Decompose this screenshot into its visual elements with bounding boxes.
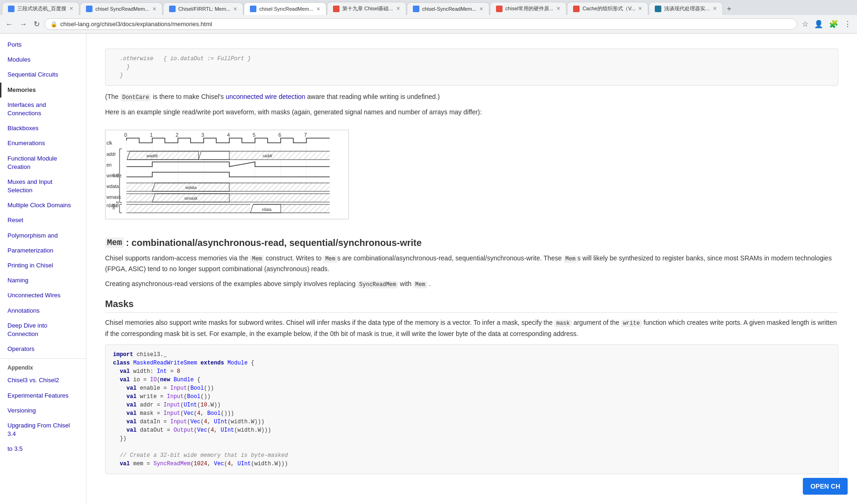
sidebar-item-chisel3-vs-chisel2[interactable]: Chisel3 vs. Chisel2 [0,373,86,388]
sidebar-item-sequential-circuits[interactable]: Sequential Circuits [0,67,86,82]
svg-rect-59 [229,194,330,202]
tab-close-6[interactable]: ✕ [479,6,483,12]
sidebar-item-interfaces-and-connections[interactable]: Interfaces and Connections [0,98,86,121]
svg-text:out: out [111,203,116,210]
lock-icon: 🔒 [50,21,57,28]
sidebar-item-parameterization[interactable]: Parameterization [0,243,86,258]
sidebar-item-upgrading-from-chisel-3-4[interactable]: Upgrading From Chisel 3.4 [0,418,86,441]
mem-para2: Creating asynchronous-read versions of t… [105,279,838,289]
tab-favicon-4 [250,6,256,12]
waveform-diagram: 0 1 2 3 4 5 6 7 clk addr en [105,130,349,219]
sidebar-item-modules[interactable]: Modules [0,52,86,67]
sidebar-item-enumerations[interactable]: Enumerations [0,136,86,151]
svg-text:waddr: waddr [146,154,158,158]
svg-text:1: 1 [150,132,153,138]
sidebar-item-experimental-features[interactable]: Experimental Features [0,388,86,403]
unconnected-wire-detection-link[interactable]: unconnected wire detection [226,93,305,100]
code-block-main: import chisel3._ class MaskedReadWriteSm… [105,344,838,474]
sidebar-item-polymorphism-and[interactable]: Polymorphism and [0,228,86,243]
svg-text:rdata: rdata [262,207,272,212]
code-block-top: .otherwise { io.dataOut := FullPort } } … [105,49,838,86]
extension-icon[interactable]: 🧩 [827,18,840,30]
svg-text:wdata: wdata [106,184,119,189]
mem-inline-1: Mem [250,255,264,263]
menu-icon[interactable]: ⋮ [842,18,853,30]
main-content: .otherwise { io.dataOut := FullPort } } … [86,34,857,504]
sidebar-item-functional-module-creation[interactable]: Functional Module Creation [0,151,86,175]
sidebar-item-naming[interactable]: Naming [0,273,86,288]
sidebar-item-operators[interactable]: Operators [0,342,86,357]
sidebar-item-deep-dive-into-connection[interactable]: Deep Dive into Connection [0,318,86,342]
address-bar[interactable]: 🔒 chisel-lang.org/chisel3/docs/explanati… [44,18,797,30]
svg-rect-51 [127,183,152,191]
sidebar-item-ports[interactable]: Ports [0,37,86,52]
sidebar-item-multiple-clock-domains[interactable]: Multiple Clock Domains [0,198,86,213]
tab-close-7[interactable]: ✕ [556,6,560,12]
tab-close-4[interactable]: ✕ [316,6,320,12]
reload-button[interactable]: ↻ [32,18,42,30]
sidebar-divider [0,358,86,359]
new-tab-button[interactable]: + [725,3,733,15]
svg-text:6: 6 [278,132,281,138]
tab-favicon-8 [573,6,580,12]
page-body: Ports Modules Sequential Circuits Memori… [0,34,857,504]
tab-close-9[interactable]: ✕ [713,6,717,12]
tab-label-1: 三段式状态机_百度搜 [17,5,66,12]
tab-close-2[interactable]: ✕ [152,6,156,12]
tab-close-8[interactable]: ✕ [638,6,642,12]
svg-text:addr: addr [106,152,116,157]
sidebar-item-versioning[interactable]: Versioning [0,403,86,418]
syncreadmem-inline: SyncReadMem [357,281,398,288]
mask-inline: mask [554,320,572,327]
svg-rect-26 [127,151,198,160]
svg-text:wdata: wdata [185,185,197,190]
tab-favicon-9 [655,6,661,12]
tab-3[interactable]: Chisel/FIRRTL: Mem... ✕ [163,2,244,15]
sidebar-item-memories[interactable]: Memories [0,83,86,98]
sidebar-item-annotations[interactable]: Annotations [0,303,86,318]
waveform-caption: Here is an example single read/write por… [105,107,838,117]
tab-5[interactable]: 第十九章 Chisel基础... ✕ [327,2,406,15]
bookmark-star-icon[interactable]: ☆ [800,18,810,30]
sidebar-item-unconnected-wires[interactable]: Unconnected Wires [0,288,86,303]
sidebar-item-muxes-and-input-selection[interactable]: Muxes and Input Selection [0,175,86,198]
tab-9[interactable]: 浅谈现代处理器实... ✕ [649,2,722,15]
tab-favicon-6 [413,6,419,12]
tab-close-5[interactable]: ✕ [396,6,400,12]
tab-close-1[interactable]: ✕ [69,6,73,12]
tab-label-8: Cache的组织形式（V... [582,5,635,12]
forward-button[interactable]: → [18,18,29,30]
sidebar-item-blackboxes[interactable]: Blackboxes [0,121,86,136]
mem-inline-3: Mem [564,255,578,263]
back-button[interactable]: ← [4,18,15,30]
tab-1[interactable]: 三段式状态机_百度搜 ✕ [2,2,79,15]
toolbar-icons: ☆ 👤 🧩 ⋮ [800,18,853,30]
tab-label-2: chisel SyncReadMem... [95,6,149,12]
sidebar-item-printing-in-chisel[interactable]: Printing in Chisel [0,258,86,273]
mem-heading: Mem : combinational/asynchronous-read, s… [105,238,838,248]
tab-favicon-5 [333,6,340,12]
svg-text:wmask: wmask [184,196,198,201]
tab-label-4: chisel SyncReadMem... [259,6,313,12]
svg-text:wmask: wmask [106,195,121,200]
address-bar-row: ← → ↻ 🔒 chisel-lang.org/chisel3/docs/exp… [0,15,857,33]
sidebar-appendix-section: Appendix [0,361,86,373]
tab-close-3[interactable]: ✕ [233,6,237,12]
tab-7[interactable]: chisel常用的硬件原... ✕ [490,2,567,15]
svg-text:2: 2 [176,132,178,138]
tab-8[interactable]: Cache的组织形式（V... ✕ [567,2,648,15]
svg-rect-65 [127,204,250,213]
tab-6[interactable]: chisel-SyncReadMem... ✕ [407,2,489,15]
sidebar-item-to-3-5[interactable]: to 3.5 [0,441,86,456]
tab-4[interactable]: chisel SyncReadMem... ✕ [244,2,326,15]
dontcare-note: (The DontCare is there to make Chisel's … [105,91,838,102]
tab-label-9: 浅谈现代处理器实... [664,5,709,12]
sidebar-item-reset[interactable]: Reset [0,213,86,228]
mem-heading-rest: : combinational/asynchronous-read, seque… [126,238,421,248]
profile-icon[interactable]: 👤 [812,18,825,30]
svg-rect-62 [127,194,152,202]
mem-inline-2: Mem [323,255,337,263]
mem-heading-code: Mem [105,238,124,248]
open-ch-button[interactable]: OPEN CH [803,478,848,495]
tab-2[interactable]: chisel SyncReadMem... ✕ [80,2,163,15]
